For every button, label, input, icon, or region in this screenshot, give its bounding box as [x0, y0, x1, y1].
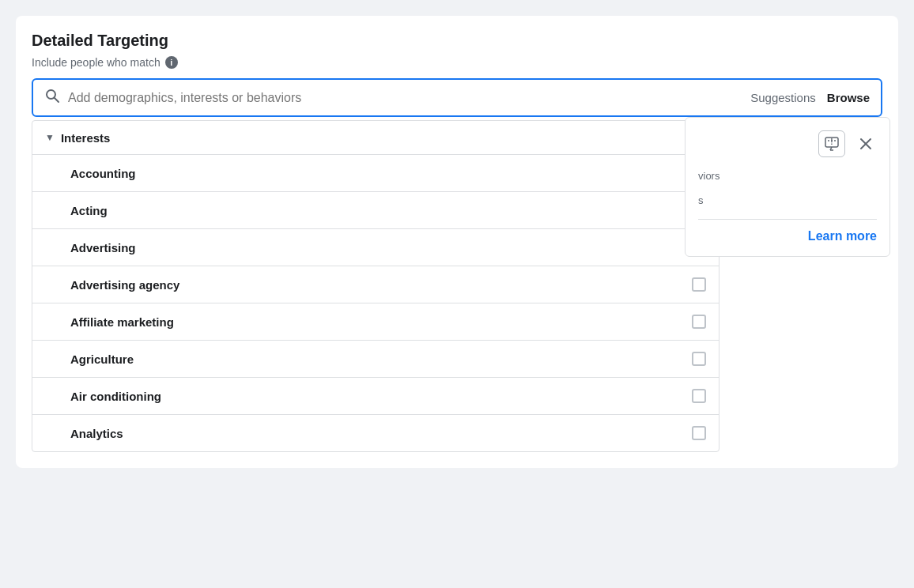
item-label-acting: Acting: [70, 204, 108, 217]
item-label-affiliate-marketing: Affiliate marketing: [70, 315, 174, 329]
side-panel-actions: !: [818, 130, 877, 157]
item-label-accounting: Accounting: [70, 167, 136, 180]
search-input[interactable]: [68, 91, 742, 105]
dropdown-title: Interests: [61, 131, 686, 145]
item-label-air-conditioning: Air conditioning: [70, 390, 161, 403]
checkbox-air-conditioning[interactable]: [692, 389, 706, 403]
page-title: Detailed Targeting: [32, 32, 882, 50]
list-item[interactable]: Advertising: [32, 229, 719, 266]
list-item[interactable]: Acting: [32, 192, 719, 229]
subtitle-row: Include people who match i: [32, 56, 882, 69]
list-item[interactable]: Accounting: [32, 155, 719, 192]
learn-more-link[interactable]: Learn more: [808, 229, 877, 243]
list-item[interactable]: Agriculture: [32, 341, 719, 378]
item-label-analytics: Analytics: [70, 427, 123, 440]
list-item[interactable]: Air conditioning: [32, 378, 719, 415]
checkbox-analytics[interactable]: [692, 426, 706, 440]
svg-text:!: !: [830, 138, 833, 146]
subtitle-text: Include people who match: [32, 56, 161, 69]
list-item[interactable]: Affiliate marketing: [32, 303, 719, 341]
collapse-arrow-icon[interactable]: ▼: [45, 132, 55, 143]
side-panel: ! viors s Lea: [685, 117, 890, 257]
item-label-advertising-agency: Advertising agency: [70, 278, 179, 292]
browse-button[interactable]: Browse: [827, 91, 870, 104]
item-label-agriculture: Agriculture: [70, 352, 134, 366]
info-icon[interactable]: i: [165, 56, 178, 69]
checkbox-advertising-agency[interactable]: [692, 277, 706, 292]
truncated-text-behaviors: viors: [698, 170, 877, 182]
search-bar: Suggestions Browse: [32, 78, 882, 117]
suggestions-button[interactable]: Suggestions: [750, 91, 816, 104]
list-item[interactable]: Analytics: [32, 415, 719, 451]
dropdown-panel: ▼ Interests i Accounting Acting Advertis…: [32, 120, 719, 452]
main-container: Detailed Targeting Include people who ma…: [16, 16, 898, 468]
truncated-text-s: s: [698, 194, 877, 206]
checkbox-agriculture[interactable]: [692, 352, 706, 366]
list-item[interactable]: Advertising agency: [32, 266, 719, 303]
item-label-advertising: Advertising: [70, 241, 136, 254]
learn-more-row: Learn more: [698, 229, 877, 243]
search-icon: [44, 88, 60, 107]
dropdown-area: ▼ Interests i Accounting Acting Advertis…: [32, 117, 882, 452]
search-actions: Suggestions Browse: [750, 91, 870, 104]
feedback-button[interactable]: !: [818, 130, 845, 157]
dropdown-header: ▼ Interests i: [32, 121, 719, 155]
svg-line-1: [55, 98, 59, 103]
checkbox-affiliate-marketing[interactable]: [692, 315, 706, 329]
divider: [698, 219, 877, 220]
side-panel-header: !: [698, 130, 877, 157]
close-button[interactable]: [855, 133, 877, 155]
